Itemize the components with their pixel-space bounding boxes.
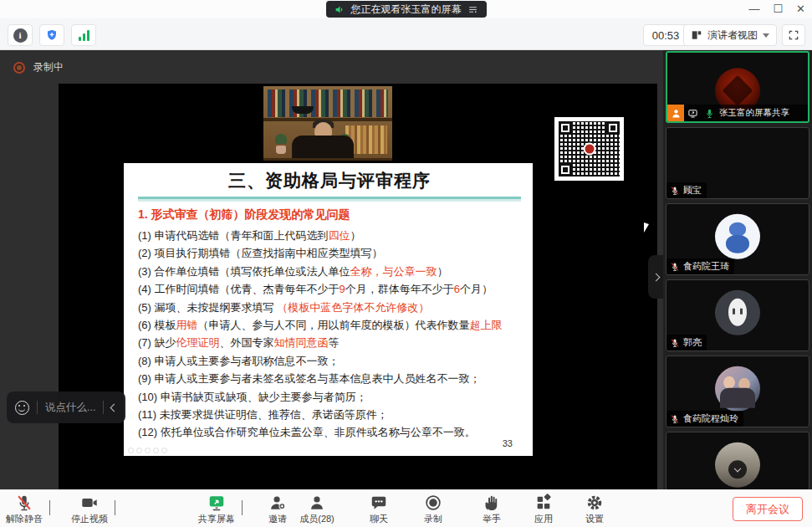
record-icon (409, 493, 457, 512)
meeting-window: 您正在观看张玉富的屏幕 — ☐ ✕ i 00:53 演讲者视图 (0, 0, 812, 527)
participant-tile-顾宝[interactable]: 顾宝 (666, 127, 809, 199)
participant-name: 食药院程灿玲 (683, 412, 738, 425)
qr-logo (583, 143, 595, 156)
participant-name: 顾宝 (683, 184, 702, 197)
scroll-more-button[interactable] (728, 460, 747, 478)
chevron-left-icon[interactable] (110, 403, 119, 412)
slide-line: (11) 未按要求提供证明信、推荐信、承诺函等原件； (138, 406, 521, 423)
slide-line: (9) 申请人或主要参与者未签名或签名与基本信息表中人员姓名不一致； (138, 370, 521, 387)
toolbar-button-label: 聊天 (355, 513, 403, 525)
slide-line: (6) 模板用错（申请人、参与人不同，用以前年度的模板）代表作数量超上限 (138, 316, 521, 334)
mic-muted-icon (670, 414, 680, 424)
toolbar-button-label: 设置 (570, 513, 619, 525)
shield-plus-icon (45, 28, 59, 42)
mic-muted-icon (670, 338, 680, 348)
toolbar-hand-button[interactable]: 举手 (467, 493, 516, 525)
participant-name: 郭亮 (683, 336, 702, 349)
slide-line: (2) 项目执行期填错（应查找指南中相应类型填写） (138, 244, 521, 262)
toolbar-camera-button[interactable]: 停止视频 (65, 493, 114, 525)
toolbar-person-button[interactable]: 成员(28) (293, 493, 341, 525)
presentation-slide: 三、资助格局与评审程序 1. 形式审查（初筛）阶段发现的常见问题 (1) 申请代… (124, 163, 533, 456)
toolbar-apps-button[interactable]: 应用 (519, 493, 568, 525)
participant-label: 郭亮 (666, 335, 707, 350)
apps-icon (519, 493, 568, 512)
leave-meeting-button[interactable]: 离开会议 (733, 497, 803, 521)
chat-input[interactable]: 说点什么... (45, 401, 95, 415)
toolbar-button-label: 停止视频 (65, 513, 114, 525)
toolbar-gear-button[interactable]: 设置 (570, 493, 619, 525)
info-icon: i (13, 28, 28, 43)
fullscreen-button[interactable] (782, 24, 805, 46)
mouse-cursor (644, 223, 649, 233)
slide-page-number: 33 (503, 438, 513, 448)
close-button[interactable]: ✕ (796, 0, 805, 18)
meeting-info-button[interactable]: i (8, 24, 33, 46)
participant-name: 张玉富的屏幕共享 (718, 107, 789, 119)
emoji-icon[interactable] (15, 401, 29, 415)
toolbar-button-label: 成员(28) (293, 513, 341, 525)
toolbar-button-label: 举手 (467, 513, 516, 525)
security-button[interactable] (39, 24, 64, 46)
toolbar-record-button[interactable]: 录制 (409, 493, 457, 525)
participants-sidebar: 张玉富的屏幕共享顾宝食药院王琦郭亮食药院程灿玲 (663, 50, 812, 489)
chevron-down-icon (734, 465, 741, 472)
slide-line: (3) 合作单位填错（填写依托单位或法人单位全称，与公章一致） (138, 263, 521, 280)
shelf-bowl (292, 106, 314, 114)
banner-menu-icon[interactable] (467, 4, 478, 15)
slide-line: (8) 申请人或主要参与者职称信息不一致； (138, 352, 521, 370)
meeting-toolbar-top: i 00:53 演讲者视图 (0, 18, 812, 50)
watching-banner: 您正在观看张玉富的屏幕 (326, 1, 487, 18)
fullscreen-icon (788, 29, 799, 41)
slide-underline (138, 197, 521, 199)
slide-body: (1) 申请代码选错（青年和面上代码选到四位）(2) 项目执行期填错（应查找指南… (138, 227, 521, 442)
qr-code (554, 117, 624, 181)
toolbar-button-label: 解除静音 (0, 513, 49, 525)
participant-tile-郭亮[interactable]: 郭亮 (666, 279, 809, 351)
toolbar-expand-chevron[interactable] (49, 500, 56, 507)
sidebar-collapse-handle[interactable] (648, 255, 663, 299)
network-quality-button[interactable] (71, 24, 96, 46)
presenter-tools-ghost (128, 448, 167, 453)
minimize-button[interactable]: — (748, 0, 759, 18)
participant-tile-食药院王琦[interactable]: 食药院王琦 (666, 203, 809, 275)
slide-line: (5) 漏项、未按提纲要求填写 （模板中蓝色字体不允许修改） (138, 299, 521, 316)
participant-tile-张玉富的屏幕共享[interactable]: 张玉富的屏幕共享 (666, 51, 809, 123)
mic-muted-icon (670, 186, 680, 196)
layout-icon (691, 29, 702, 41)
avatar (715, 214, 760, 259)
network-signal-icon (79, 29, 89, 41)
window-controls: — ☐ ✕ (748, 0, 805, 18)
chevron-right-icon (651, 273, 660, 281)
slide-line: (10) 申请书缺页或缺项、缺少主要参与者简历； (138, 388, 521, 406)
participant-tile-食药院程灿玲[interactable]: 食药院程灿玲 (666, 356, 809, 427)
participant-label-bar: 张玉富的屏幕共享 (667, 105, 808, 121)
slide-heading: 1. 形式审查（初筛）阶段发现的常见问题 (138, 207, 521, 223)
speaker-icon (335, 4, 345, 15)
maximize-button[interactable]: ☐ (773, 0, 783, 18)
slide-line: (7) 缺少伦理证明、外国专家知情同意函等 (138, 334, 521, 351)
window-title-bar: 您正在观看张玉富的屏幕 — ☐ ✕ (0, 0, 812, 18)
meeting-toolbar-bottom: 离开会议 解除静音停止视频共享屏幕邀请成员(28)聊天录制举手应用设置 (0, 489, 812, 527)
toolbar-expand-chevron[interactable] (115, 500, 121, 507)
view-selector[interactable]: 演讲者视图 (683, 24, 777, 46)
toolbar-button-label: 应用 (519, 513, 568, 525)
participant-label: 食药院程灿玲 (666, 411, 743, 427)
recording-label: 录制中 (33, 60, 64, 74)
slide-title: 三、资助格局与评审程序 (138, 169, 521, 192)
recording-dot-icon (13, 62, 25, 74)
avatar (715, 366, 760, 412)
shared-screen-stage: 录制中 三、资助格局与评审程序 1. 形式审查 (0, 50, 663, 489)
participant-tile-more[interactable] (666, 432, 809, 489)
chat-icon (355, 493, 403, 512)
bookshelf-decoration (268, 90, 388, 117)
toolbar-chat-button[interactable]: 聊天 (355, 493, 403, 525)
toolbar-share-screen-button[interactable]: 共享屏幕 (192, 493, 241, 525)
host-icon (667, 105, 684, 121)
view-selector-label: 演讲者视图 (707, 28, 758, 43)
toolbar-expand-chevron[interactable] (242, 500, 248, 507)
slide-line: (4) 工作时间填错（优青、杰青每年不少于9个月，群体每年不少于6个月） (138, 280, 521, 298)
hand-icon (467, 493, 516, 512)
toolbar-mic-muted-button[interactable]: 解除静音 (0, 493, 49, 525)
toolbar-button-label: 共享屏幕 (192, 513, 241, 525)
shelf-line (263, 158, 392, 161)
